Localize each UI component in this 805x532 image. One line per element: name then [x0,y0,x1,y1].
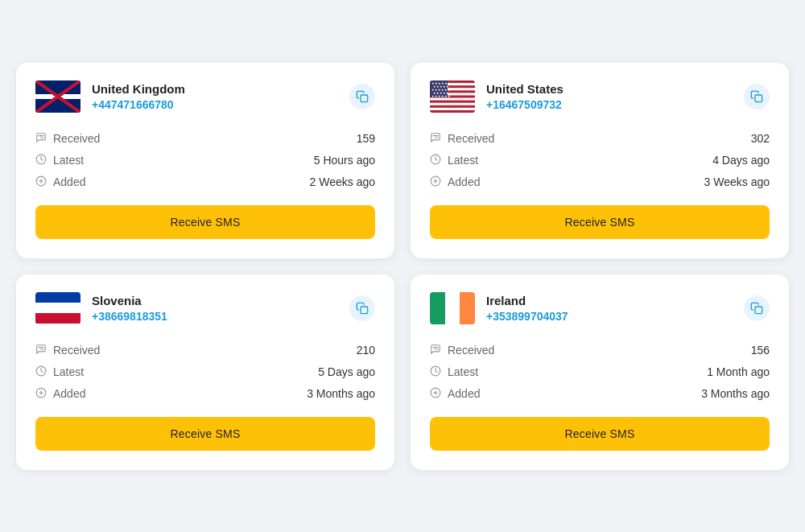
received-label: Received [448,344,494,357]
latest-label: Latest [448,365,478,378]
latest-label: Latest [448,154,478,167]
latest-value: 4 Days ago [712,154,770,167]
stats-section: Received159Latest5 Hours agoAdded2 Weeks… [35,132,375,189]
stat-left: Latest [35,154,84,167]
country-info: United Kingdom+447471666780 [92,82,185,111]
svg-rect-11 [430,102,475,105]
received-label: Received [53,344,100,357]
received-icon [430,132,441,146]
phone-number[interactable]: +353899704037 [486,310,568,323]
stat-left: Received [35,132,100,146]
phone-number[interactable]: +447471666780 [92,98,185,111]
stat-left: Received [35,344,100,357]
svg-rect-24 [361,307,368,314]
card-si: Slovenia+38669818351 Received210Latest5 … [16,274,394,470]
received-value: 156 [751,344,770,357]
stats-section: Received156Latest1 Month agoAdded3 Month… [430,344,770,401]
copy-button[interactable] [349,295,375,321]
svg-rect-12 [430,107,475,109]
added-value: 3 Weeks ago [704,175,770,188]
country-name: United Kingdom [92,82,185,96]
svg-rect-1 [361,95,368,102]
card-us: ★★★★★★ ★★★★★ ★★★★★★ ★★★★★ ★★★★★★ United … [411,63,789,258]
added-icon [430,175,441,189]
stat-left: Latest [35,365,84,379]
copy-button[interactable] [744,295,770,321]
card-header-left: United Kingdom+447471666780 [35,80,185,113]
receive-sms-button[interactable]: Receive SMS [35,417,375,451]
received-label: Received [448,132,494,145]
stat-row-added: Added3 Weeks ago [430,175,770,189]
svg-rect-0 [35,81,80,111]
country-name: United States [486,82,564,96]
added-icon [35,175,47,189]
card-header: ★★★★★★ ★★★★★ ★★★★★★ ★★★★★ ★★★★★★ United … [430,80,770,113]
country-name: Slovenia [92,294,167,307]
stat-row-received: Received210 [35,344,375,357]
stat-row-received: Received156 [430,344,770,357]
svg-rect-10 [430,97,475,100]
card-ie: Ireland+353899704037 Received156Latest1 … [411,274,789,470]
us-flag-icon: ★★★★★★ ★★★★★ ★★★★★★ ★★★★★ ★★★★★★ [430,80,475,113]
stat-left: Latest [430,154,478,167]
card-header-left: Slovenia+38669818351 [35,292,167,324]
copy-button[interactable] [744,84,770,109]
received-icon [35,132,47,146]
added-icon [35,387,47,401]
svg-rect-29 [755,307,762,314]
stat-row-added: Added2 Weeks ago [35,175,375,189]
added-label: Added [53,175,85,188]
stat-left: Added [430,175,480,189]
phone-number[interactable]: +38669818351 [92,310,167,323]
stat-row-latest: Latest5 Days ago [35,365,375,379]
stat-row-latest: Latest4 Days ago [430,154,770,167]
received-value: 210 [357,344,375,357]
stat-left: Received [430,344,494,357]
received-label: Received [53,132,100,145]
stat-left: Received [430,132,494,146]
added-label: Added [53,387,85,400]
added-label: Added [448,175,480,188]
card-header: Slovenia+38669818351 [35,292,375,324]
card-uk: United Kingdom+447471666780 Received159L… [16,63,394,258]
si-flag-icon [35,292,80,324]
received-icon [35,344,47,357]
added-label: Added [448,387,480,400]
phone-number[interactable]: +16467509732 [486,98,564,111]
added-value: 3 Months ago [307,387,375,400]
country-name: Ireland [486,294,568,307]
added-value: 3 Months ago [701,387,770,400]
received-value: 159 [357,132,375,145]
receive-sms-button[interactable]: Receive SMS [430,205,770,239]
stat-row-added: Added3 Months ago [430,387,770,401]
card-header-left: ★★★★★★ ★★★★★ ★★★★★★ ★★★★★ ★★★★★★ United … [430,80,564,113]
latest-value: 5 Days ago [318,365,375,378]
added-value: 2 Weeks ago [310,175,375,188]
receive-sms-button[interactable]: Receive SMS [430,417,770,451]
uk-flag-icon [35,80,80,113]
stat-left: Added [35,387,85,401]
card-header: Ireland+353899704037 [430,292,770,324]
stat-row-added: Added3 Months ago [35,387,375,401]
phone-number-grid: United Kingdom+447471666780 Received159L… [16,63,789,470]
stats-section: Received302Latest4 Days agoAdded3 Weeks … [430,132,770,189]
card-header-left: Ireland+353899704037 [430,292,568,324]
latest-value: 1 Month ago [707,365,770,378]
latest-icon [430,154,441,167]
receive-sms-button[interactable]: Receive SMS [35,205,375,239]
stat-left: Latest [430,365,478,379]
latest-label: Latest [53,365,84,378]
added-icon [430,387,441,401]
copy-button[interactable] [349,84,375,109]
stat-row-received: Received159 [35,132,375,146]
received-icon [430,344,441,357]
stat-left: Added [35,175,85,189]
ie-flag-icon [430,292,475,324]
latest-icon [35,154,47,167]
country-info: Slovenia+38669818351 [92,294,167,323]
received-value: 302 [751,132,770,145]
stats-section: Received210Latest5 Days agoAdded3 Months… [35,344,375,401]
stat-left: Added [430,387,480,401]
svg-rect-19 [755,95,762,102]
latest-icon [35,365,47,379]
